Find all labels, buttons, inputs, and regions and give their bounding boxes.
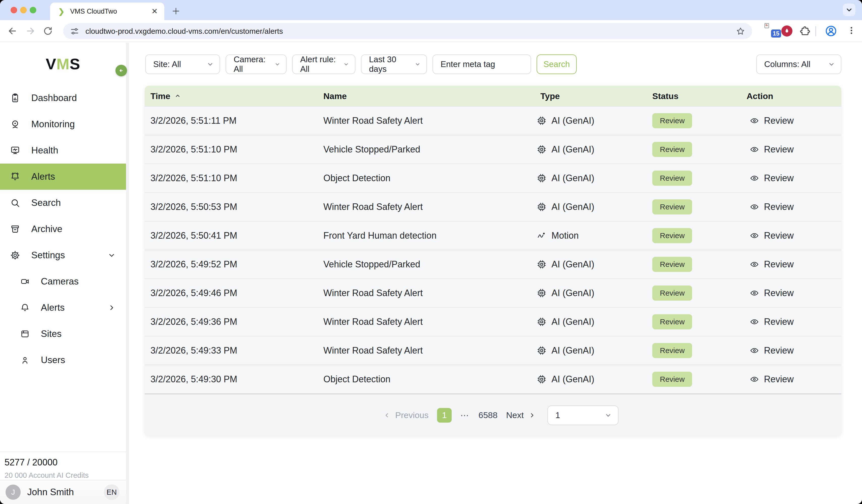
forward-icon[interactable] xyxy=(25,26,36,36)
reload-icon[interactable] xyxy=(43,26,53,36)
window-zoom-button[interactable] xyxy=(30,7,36,13)
status-badge: Review xyxy=(652,171,692,186)
browser-toolbar: cloudtwo-prod.vxgdemo.cloud-vms.com/en/c… xyxy=(0,20,862,42)
period-filter-dropdown[interactable]: Last 30 days xyxy=(361,54,427,74)
browser-menu-kebab-icon[interactable] xyxy=(846,25,857,37)
table-row[interactable]: 3/2/2026, 5:49:30 PM Object Detection AI… xyxy=(145,364,841,393)
language-toggle[interactable]: EN xyxy=(104,485,119,500)
review-action-button[interactable]: Review xyxy=(764,144,794,155)
bookmark-star-icon[interactable] xyxy=(735,26,746,36)
site-filter-dropdown[interactable]: Site: All xyxy=(145,54,220,74)
review-action-button[interactable]: Review xyxy=(764,374,794,385)
column-header-time[interactable]: Time xyxy=(151,91,181,101)
table-body: 3/2/2026, 5:51:11 PM Winter Road Safety … xyxy=(145,106,841,393)
page-select-dropdown[interactable]: 1 xyxy=(547,406,618,425)
table-row[interactable]: 3/2/2026, 5:49:46 PM Winter Road Safety … xyxy=(145,278,841,307)
ai-chip-icon xyxy=(537,260,546,269)
column-header-name[interactable]: Name xyxy=(323,91,347,101)
bell-icon xyxy=(20,303,30,313)
app-content: VMS Dashboard Monitoring Health xyxy=(0,43,862,504)
review-action-button[interactable]: Review xyxy=(764,173,794,184)
user-menu[interactable]: J John Smith EN xyxy=(0,480,126,504)
window-close-button[interactable] xyxy=(11,7,17,13)
arrow-left-icon xyxy=(117,67,125,74)
review-action-button[interactable]: Review xyxy=(764,345,794,356)
address-bar[interactable]: cloudtwo-prod.vxgdemo.cloud-vms.com/en/c… xyxy=(63,23,752,39)
camera-filter-dropdown[interactable]: Camera: All xyxy=(225,54,287,74)
columns-dropdown[interactable]: Columns: All xyxy=(756,54,841,74)
extension-badge: 15 xyxy=(770,29,782,38)
last-page-button[interactable]: 6588 xyxy=(479,410,498,420)
review-action-button[interactable]: Review xyxy=(764,202,794,212)
table-row[interactable]: 3/2/2026, 5:50:41 PM Front Yard Human de… xyxy=(145,221,841,250)
sidebar-scrollbar[interactable] xyxy=(126,43,129,504)
sidebar-item-health[interactable]: Health xyxy=(0,137,126,163)
site-settings-icon[interactable] xyxy=(70,26,79,36)
review-action-button[interactable]: Review xyxy=(764,288,794,299)
sidebar-item-users[interactable]: Users xyxy=(0,347,126,373)
profile-avatar-icon[interactable] xyxy=(825,25,837,37)
table-row[interactable]: 3/2/2026, 5:51:10 PM Vehicle Stopped/Par… xyxy=(145,135,841,163)
cell-type: AI (GenAI) xyxy=(537,144,594,155)
sidebar-collapse-button[interactable] xyxy=(115,65,127,76)
review-action-button[interactable]: Review xyxy=(764,317,794,327)
new-tab-button[interactable] xyxy=(169,4,182,18)
alert-rule-filter-dropdown[interactable]: Alert rule: All xyxy=(292,54,355,74)
cell-type: AI (GenAI) xyxy=(537,317,594,327)
tab-search-button[interactable] xyxy=(843,3,856,16)
extensions-puzzle-icon[interactable] xyxy=(799,25,811,37)
ai-chip-icon xyxy=(537,202,546,212)
table-row[interactable]: 3/2/2026, 5:51:10 PM Object Detection AI… xyxy=(145,163,841,192)
column-header-status[interactable]: Status xyxy=(652,91,679,101)
sidebar-item-alerts-settings[interactable]: Alerts xyxy=(0,295,126,321)
sidebar-item-label: Sites xyxy=(41,329,62,339)
sidebar-item-dashboard[interactable]: Dashboard xyxy=(0,85,126,111)
sidebar-item-archive[interactable]: Archive xyxy=(0,216,126,242)
column-header-action[interactable]: Action xyxy=(747,91,773,101)
extension-notes-icon[interactable]: 15 xyxy=(764,23,782,39)
cell-time: 3/2/2026, 5:49:33 PM xyxy=(151,345,237,356)
cell-time: 3/2/2026, 5:51:10 PM xyxy=(151,173,237,184)
table-row[interactable]: 3/2/2026, 5:50:53 PM Winter Road Safety … xyxy=(145,192,841,221)
extension-drop-icon[interactable] xyxy=(781,25,793,37)
sidebar-item-monitoring[interactable]: Monitoring xyxy=(0,111,126,137)
chevron-down-icon xyxy=(206,61,214,68)
search-button[interactable]: Search xyxy=(537,54,577,74)
chevron-down-icon xyxy=(274,61,280,68)
review-action-button[interactable]: Review xyxy=(764,259,794,270)
table-row[interactable]: 3/2/2026, 5:49:52 PM Vehicle Stopped/Par… xyxy=(145,250,841,278)
avatar: J xyxy=(5,485,21,500)
sidebar-item-cameras[interactable]: Cameras xyxy=(0,268,126,295)
next-page-button[interactable]: Next xyxy=(506,410,536,420)
cell-status: Review xyxy=(652,372,692,387)
cell-name: Vehicle Stopped/Parked xyxy=(323,144,420,155)
table-row[interactable]: 3/2/2026, 5:49:36 PM Winter Road Safety … xyxy=(145,307,841,336)
back-icon[interactable] xyxy=(7,26,18,36)
filter-bar: Site: All Camera: All Alert rule: All La… xyxy=(145,54,841,74)
current-page-button[interactable]: 1 xyxy=(437,408,452,423)
table-row[interactable]: 3/2/2026, 5:49:33 PM Winter Road Safety … xyxy=(145,336,841,364)
previous-page-button[interactable]: Previous xyxy=(383,410,429,420)
sidebar-item-sites[interactable]: Sites xyxy=(0,321,126,347)
eye-icon xyxy=(750,145,759,154)
review-action-button[interactable]: Review xyxy=(764,230,794,241)
browser-tab[interactable]: ❯ VMS CloudTwo ✕ xyxy=(50,2,164,20)
user-icon xyxy=(20,355,30,365)
eye-icon xyxy=(750,375,759,384)
sidebar-item-settings[interactable]: Settings xyxy=(0,242,126,268)
sidebar-item-alerts[interactable]: Alerts xyxy=(0,163,126,190)
column-header-type[interactable]: Type xyxy=(540,91,560,101)
window-minimize-button[interactable] xyxy=(20,7,27,13)
review-action-button[interactable]: Review xyxy=(764,116,794,126)
ai-credits-caption: 20 000 Account AI Credits xyxy=(4,471,126,480)
sidebar-item-label: Cameras xyxy=(41,276,79,287)
cell-action: Review xyxy=(750,116,794,126)
cell-name: Winter Road Safety Alert xyxy=(323,317,423,327)
sidebar-item-search[interactable]: Search xyxy=(0,190,126,216)
url-text[interactable]: cloudtwo-prod.vxgdemo.cloud-vms.com/en/c… xyxy=(86,27,729,36)
eye-icon xyxy=(750,202,759,211)
table-row[interactable]: 3/2/2026, 5:51:11 PM Winter Road Safety … xyxy=(145,106,841,135)
tab-close-icon[interactable]: ✕ xyxy=(152,8,158,15)
alerts-table: Time Name Type Status Action 3/2/2026, 5… xyxy=(145,86,841,436)
meta-tag-input[interactable] xyxy=(432,54,531,74)
